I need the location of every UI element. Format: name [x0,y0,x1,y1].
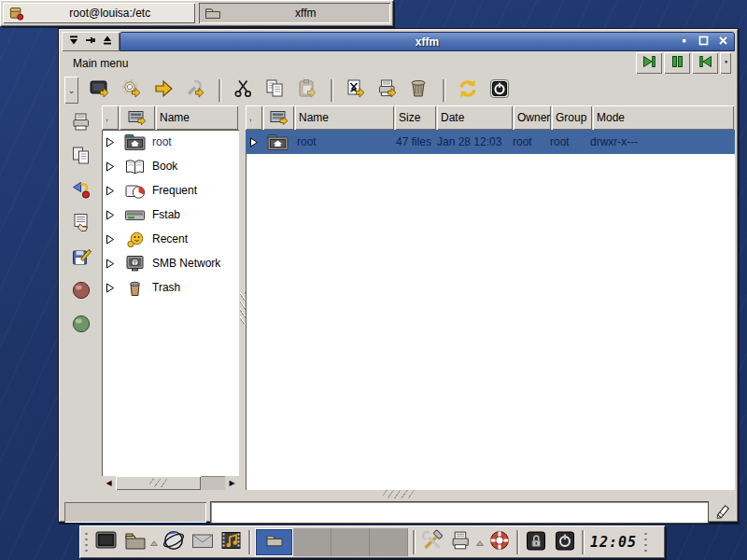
list-header-icon-cell[interactable] [263,105,294,130]
expander-icon[interactable] [246,137,262,147]
expander-icon[interactable] [102,234,119,245]
expander-icon[interactable] [102,186,119,196]
list-header-mode[interactable]: Mode [593,105,734,130]
workspace-4[interactable] [370,528,408,556]
clear-entry-button[interactable] [712,501,733,524]
scroll-right-button[interactable]: ▶ [225,476,239,490]
list-header-name[interactable]: Name [295,105,394,130]
tree-item-fstab[interactable]: Fstab [102,203,239,227]
file-manager-icon [123,529,148,555]
side-printer-button[interactable] [69,111,95,136]
panel-launcher-multimedia[interactable] [217,528,246,556]
expander-icon[interactable] [102,283,119,293]
toolbar-power-button[interactable] [486,77,513,104]
taskbar-button-root-louisa--etc[interactable]: root@louisa:/etc [3,3,195,23]
scroll-left-button[interactable]: ◀ [102,476,116,490]
print-icon [449,529,473,555]
expander-icon[interactable] [102,259,119,269]
side-save-edit-button[interactable] [69,245,95,271]
side-goto-location-button[interactable] [69,178,95,203]
sphere-green-icon [70,313,93,338]
popup-menu-arrow[interactable] [475,528,485,556]
file-cell-mode: drwxr-x--- [586,135,735,148]
tree-item-label: Trash [150,281,180,294]
tree-item-smb-network[interactable]: SMB Network [102,251,239,275]
list-header-date[interactable]: Date [437,105,513,130]
panel-handle-grip[interactable] [642,530,649,554]
toolbar-tools-button[interactable] [182,77,208,104]
list-header-owner[interactable]: Owner [514,105,551,130]
toolbar-collapse-button[interactable]: ⌄ [64,77,78,104]
side-select-doc-button[interactable] [69,212,95,237]
tree-item-book[interactable]: Book [102,154,239,178]
panel-launcher-help[interactable] [485,528,514,556]
skip-forward-button[interactable] [636,52,662,74]
pause-button[interactable] [664,52,690,74]
popup-menu-arrow[interactable] [149,528,159,556]
tree-header-icon-cell[interactable] [120,105,155,130]
expander-icon[interactable] [102,161,119,172]
toolbar-cut-button[interactable] [231,77,257,104]
skip-back-button[interactable] [692,52,718,74]
side-sphere-red-button[interactable] [69,279,95,304]
tree-item-recent[interactable]: Recent [102,227,239,251]
expander-icon[interactable] [102,137,119,147]
panel-handle-grip[interactable] [83,530,90,554]
panel-launcher-lock[interactable] [521,528,550,556]
panel-launcher-print[interactable] [446,528,475,556]
file-row-root[interactable]: root47 filesJan 28 12:03rootrootdrwxr-x-… [246,130,735,154]
stick-button[interactable] [84,35,97,49]
workspace-2[interactable] [293,528,331,556]
unshade-button[interactable] [101,35,114,49]
tree-header-tick[interactable]: , [102,105,119,130]
tree-header-name[interactable]: Name [156,105,238,130]
iconify-button[interactable] [678,36,689,48]
list-header-size[interactable]: Size [395,105,436,130]
shade-button[interactable] [67,35,80,49]
close-button[interactable] [717,36,728,48]
panel-launcher-web-browser[interactable] [159,528,188,556]
panel-splitter[interactable] [239,105,246,490]
tree-item-label: Recent [150,232,188,245]
toolbar-print-button[interactable] [374,77,401,104]
toolbar-copy-button[interactable] [262,77,289,104]
titlebar-title-area[interactable]: xffm [120,32,735,51]
tools-icon [420,529,444,555]
panel-launcher-power[interactable] [550,528,579,556]
taskbar-button-xffm[interactable]: xffm [199,3,391,23]
side-duplicate-button[interactable] [69,145,95,170]
panel-launcher-tools[interactable] [417,528,446,556]
horizontal-resize-grip[interactable] [62,490,735,498]
main-menu-item[interactable]: Main menu [62,55,137,72]
tree-item-root[interactable]: root [102,130,239,154]
tree-item-trash[interactable]: Trash [102,275,239,300]
toolbar-scramble-doc-button[interactable] [343,77,369,104]
workspace-1[interactable] [255,528,293,556]
maximize-button[interactable] [698,36,709,48]
tree-item-label: Book [150,160,177,173]
home-folder-icon [262,133,293,151]
titlebar[interactable]: xffm [62,32,735,51]
toolbar-trash-button[interactable] [406,77,432,104]
panel-launcher-file-manager[interactable] [120,528,149,556]
panel-launcher-mail[interactable] [188,528,217,556]
main-area: , Name rootBookFrequentFstabRecentSMB Ne… [62,105,735,490]
network-icon [119,255,150,273]
workspace-3[interactable] [331,528,370,556]
expander-icon[interactable] [102,210,119,220]
tree-item-frequent[interactable]: Frequent [102,178,239,203]
detach-button[interactable] [720,52,731,74]
command-entry[interactable] [210,501,709,524]
list-header-tick[interactable]: , [246,105,262,130]
scrollbar-thumb[interactable] [116,476,201,490]
toolbar-paste-button[interactable] [294,77,320,104]
side-sphere-green-button[interactable] [69,313,95,338]
scrollbar-track[interactable] [201,476,225,490]
toolbar-goto-arrow-button[interactable] [150,77,176,104]
panel-launcher-terminal[interactable] [92,528,120,556]
toolbar-terminal-new-button[interactable] [87,77,113,104]
list-header-group[interactable]: Group [552,105,592,130]
panel-separator [413,530,415,554]
toolbar-reload-button[interactable] [455,77,481,104]
toolbar-settings-button[interactable] [119,77,145,104]
